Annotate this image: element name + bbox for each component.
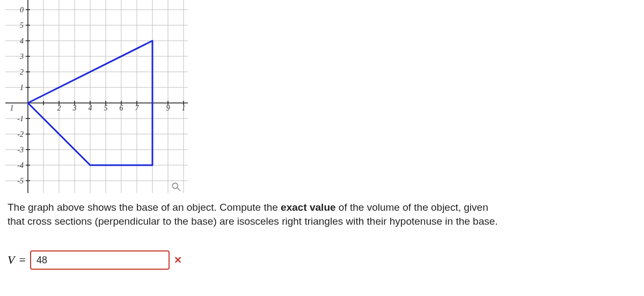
x-tick-4: 4 [89,104,92,112]
incorrect-icon: ✕ [174,254,182,266]
y-tick-3: 3 [19,53,24,61]
base-graph: 0 5 4 3 2 1 -1 -2 -3 -4 -5 1 2 3 4 5 6 7… [5,0,188,193]
x-tick-7: 7 [135,104,140,112]
y-tick--2: -2 [17,130,24,138]
problem-line1-b: of the volume of the object, given [336,202,488,213]
answer-row: V = ✕ [8,250,636,270]
svg-line-47 [178,188,180,191]
x-tick-2: 2 [57,104,61,112]
y-tick--4: -4 [17,161,24,169]
y-tick--3: -3 [17,146,24,154]
x-tick-6: 6 [120,104,123,112]
x-tick--1: 1 [10,104,14,112]
y-tick--5: -5 [17,177,24,185]
y-tick-6: 0 [20,6,24,14]
y-tick-2: 2 [20,68,24,76]
y-tick--1: -1 [17,115,24,123]
problem-line2: that cross sections (perpendicular to th… [8,216,498,227]
y-tick-5: 5 [20,21,24,29]
y-tick-1: 1 [20,84,24,92]
x-tick-10: 1 [182,104,186,112]
magnifier-icon[interactable] [171,181,181,192]
answer-variable: V [8,253,14,267]
svg-point-46 [172,183,178,188]
answer-input[interactable] [30,250,170,270]
problem-emphasis: exact value [281,202,335,213]
y-tick-4: 4 [20,37,24,45]
equals-sign: = [19,253,25,267]
graph-container: 0 5 4 3 2 1 -1 -2 -3 -4 -5 1 2 3 4 5 6 7… [5,0,188,193]
problem-text: The graph above shows the base of an obj… [8,201,636,228]
problem-line1-a: The graph above shows the base of an obj… [8,202,281,213]
x-tick-3: 3 [72,104,77,112]
x-tick-5: 5 [104,104,108,112]
x-tick-9: 9 [166,104,170,112]
